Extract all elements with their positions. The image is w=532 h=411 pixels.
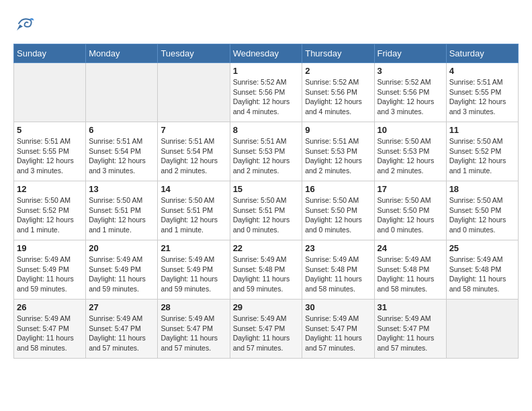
day-info: Sunrise: 5:49 AM Sunset: 5:47 PM Dayligh…	[17, 314, 83, 353]
logo-icon	[15, 13, 35, 34]
calendar-table: SundayMondayTuesdayWednesdayThursdayFrid…	[13, 44, 519, 359]
day-number: 20	[89, 243, 154, 253]
calendar-cell: 20Sunrise: 5:49 AM Sunset: 5:49 PM Dayli…	[86, 240, 158, 300]
logo	[13, 13, 35, 37]
day-number: 2	[305, 66, 371, 76]
weekday-header-saturday: Saturday	[446, 44, 518, 63]
calendar-cell: 8Sunrise: 5:51 AM Sunset: 5:53 PM Daylig…	[230, 122, 302, 181]
day-info: Sunrise: 5:50 AM Sunset: 5:51 PM Dayligh…	[161, 195, 226, 235]
day-info: Sunrise: 5:52 AM Sunset: 5:56 PM Dayligh…	[378, 77, 443, 117]
calendar-cell: 30Sunrise: 5:49 AM Sunset: 5:47 PM Dayli…	[302, 300, 374, 359]
day-info: Sunrise: 5:51 AM Sunset: 5:54 PM Dayligh…	[89, 136, 154, 176]
day-number: 29	[233, 302, 300, 312]
day-info: Sunrise: 5:50 AM Sunset: 5:52 PM Dayligh…	[449, 136, 515, 176]
calendar-cell: 19Sunrise: 5:49 AM Sunset: 5:49 PM Dayli…	[14, 240, 86, 300]
day-number: 22	[233, 243, 300, 253]
weekday-header-row: SundayMondayTuesdayWednesdayThursdayFrid…	[14, 44, 519, 63]
day-info: Sunrise: 5:49 AM Sunset: 5:47 PM Dayligh…	[305, 314, 371, 353]
day-info: Sunrise: 5:49 AM Sunset: 5:48 PM Dayligh…	[305, 255, 371, 294]
day-info: Sunrise: 5:52 AM Sunset: 5:56 PM Dayligh…	[233, 77, 300, 117]
day-info: Sunrise: 5:51 AM Sunset: 5:53 PM Dayligh…	[233, 136, 300, 176]
calendar-cell: 24Sunrise: 5:49 AM Sunset: 5:48 PM Dayli…	[374, 240, 446, 300]
calendar-cell: 21Sunrise: 5:49 AM Sunset: 5:49 PM Dayli…	[158, 240, 230, 300]
calendar-cell: 5Sunrise: 5:51 AM Sunset: 5:55 PM Daylig…	[14, 122, 86, 181]
day-number: 4	[449, 66, 515, 76]
day-info: Sunrise: 5:49 AM Sunset: 5:48 PM Dayligh…	[233, 255, 300, 294]
calendar-cell: 6Sunrise: 5:51 AM Sunset: 5:54 PM Daylig…	[86, 122, 158, 181]
calendar-cell	[446, 300, 518, 359]
calendar-cell: 1Sunrise: 5:52 AM Sunset: 5:56 PM Daylig…	[230, 63, 302, 122]
day-info: Sunrise: 5:51 AM Sunset: 5:55 PM Dayligh…	[17, 136, 83, 176]
day-number: 5	[17, 125, 83, 135]
day-info: Sunrise: 5:50 AM Sunset: 5:53 PM Dayligh…	[378, 136, 443, 176]
weekday-header-friday: Friday	[374, 44, 446, 63]
calendar-cell: 26Sunrise: 5:49 AM Sunset: 5:47 PM Dayli…	[14, 300, 86, 359]
day-number: 19	[17, 243, 83, 253]
calendar-cell: 4Sunrise: 5:51 AM Sunset: 5:55 PM Daylig…	[446, 63, 518, 122]
day-number: 21	[161, 243, 226, 253]
day-info: Sunrise: 5:49 AM Sunset: 5:49 PM Dayligh…	[89, 255, 154, 294]
weekday-header-tuesday: Tuesday	[158, 44, 230, 63]
day-number: 13	[89, 184, 154, 194]
calendar-cell: 10Sunrise: 5:50 AM Sunset: 5:53 PM Dayli…	[374, 122, 446, 181]
weekday-header-wednesday: Wednesday	[230, 44, 302, 63]
calendar-cell	[86, 63, 158, 122]
calendar-cell	[14, 63, 86, 122]
calendar-cell: 9Sunrise: 5:51 AM Sunset: 5:53 PM Daylig…	[302, 122, 374, 181]
calendar-cell: 14Sunrise: 5:50 AM Sunset: 5:51 PM Dayli…	[158, 181, 230, 240]
day-info: Sunrise: 5:50 AM Sunset: 5:50 PM Dayligh…	[378, 195, 443, 235]
week-row-5: 26Sunrise: 5:49 AM Sunset: 5:47 PM Dayli…	[14, 300, 519, 359]
day-info: Sunrise: 5:49 AM Sunset: 5:47 PM Dayligh…	[233, 314, 300, 353]
day-info: Sunrise: 5:49 AM Sunset: 5:48 PM Dayligh…	[378, 255, 443, 294]
day-info: Sunrise: 5:49 AM Sunset: 5:47 PM Dayligh…	[378, 314, 443, 353]
weekday-header-monday: Monday	[86, 44, 158, 63]
calendar-cell: 16Sunrise: 5:50 AM Sunset: 5:50 PM Dayli…	[302, 181, 374, 240]
day-info: Sunrise: 5:49 AM Sunset: 5:47 PM Dayligh…	[161, 314, 226, 353]
day-number: 27	[89, 302, 154, 312]
day-info: Sunrise: 5:50 AM Sunset: 5:50 PM Dayligh…	[305, 195, 371, 235]
day-info: Sunrise: 5:49 AM Sunset: 5:47 PM Dayligh…	[89, 314, 154, 353]
day-info: Sunrise: 5:50 AM Sunset: 5:51 PM Dayligh…	[233, 195, 300, 235]
day-info: Sunrise: 5:51 AM Sunset: 5:55 PM Dayligh…	[449, 77, 515, 117]
week-row-1: 1Sunrise: 5:52 AM Sunset: 5:56 PM Daylig…	[14, 63, 519, 122]
calendar-cell: 22Sunrise: 5:49 AM Sunset: 5:48 PM Dayli…	[230, 240, 302, 300]
day-number: 1	[233, 66, 300, 76]
calendar-cell: 29Sunrise: 5:49 AM Sunset: 5:47 PM Dayli…	[230, 300, 302, 359]
calendar-cell: 7Sunrise: 5:51 AM Sunset: 5:54 PM Daylig…	[158, 122, 230, 181]
day-number: 16	[305, 184, 371, 194]
day-info: Sunrise: 5:50 AM Sunset: 5:50 PM Dayligh…	[449, 195, 515, 235]
day-number: 9	[305, 125, 371, 135]
calendar-cell: 25Sunrise: 5:49 AM Sunset: 5:48 PM Dayli…	[446, 240, 518, 300]
day-number: 23	[305, 243, 371, 253]
calendar-cell: 17Sunrise: 5:50 AM Sunset: 5:50 PM Dayli…	[374, 181, 446, 240]
week-row-4: 19Sunrise: 5:49 AM Sunset: 5:49 PM Dayli…	[14, 240, 519, 300]
calendar-cell: 31Sunrise: 5:49 AM Sunset: 5:47 PM Dayli…	[374, 300, 446, 359]
calendar-cell: 18Sunrise: 5:50 AM Sunset: 5:50 PM Dayli…	[446, 181, 518, 240]
day-number: 28	[161, 302, 226, 312]
day-number: 17	[378, 184, 443, 194]
calendar-cell: 11Sunrise: 5:50 AM Sunset: 5:52 PM Dayli…	[446, 122, 518, 181]
day-number: 24	[378, 243, 443, 253]
day-info: Sunrise: 5:50 AM Sunset: 5:51 PM Dayligh…	[89, 195, 154, 235]
day-number: 8	[233, 125, 300, 135]
day-number: 25	[449, 243, 515, 253]
calendar-cell: 13Sunrise: 5:50 AM Sunset: 5:51 PM Dayli…	[86, 181, 158, 240]
day-info: Sunrise: 5:52 AM Sunset: 5:56 PM Dayligh…	[305, 77, 371, 117]
day-number: 10	[378, 125, 443, 135]
day-info: Sunrise: 5:51 AM Sunset: 5:54 PM Dayligh…	[161, 136, 226, 176]
week-row-2: 5Sunrise: 5:51 AM Sunset: 5:55 PM Daylig…	[14, 122, 519, 181]
day-info: Sunrise: 5:49 AM Sunset: 5:49 PM Dayligh…	[17, 255, 83, 294]
day-number: 18	[449, 184, 515, 194]
day-info: Sunrise: 5:49 AM Sunset: 5:48 PM Dayligh…	[449, 255, 515, 294]
day-number: 7	[161, 125, 226, 135]
calendar-cell: 12Sunrise: 5:50 AM Sunset: 5:52 PM Dayli…	[14, 181, 86, 240]
calendar-cell: 2Sunrise: 5:52 AM Sunset: 5:56 PM Daylig…	[302, 63, 374, 122]
day-number: 31	[378, 302, 443, 312]
week-row-3: 12Sunrise: 5:50 AM Sunset: 5:52 PM Dayli…	[14, 181, 519, 240]
header	[13, 13, 519, 37]
day-number: 12	[17, 184, 83, 194]
day-number: 3	[378, 66, 443, 76]
day-number: 14	[161, 184, 226, 194]
day-info: Sunrise: 5:51 AM Sunset: 5:53 PM Dayligh…	[305, 136, 371, 176]
day-number: 30	[305, 302, 371, 312]
